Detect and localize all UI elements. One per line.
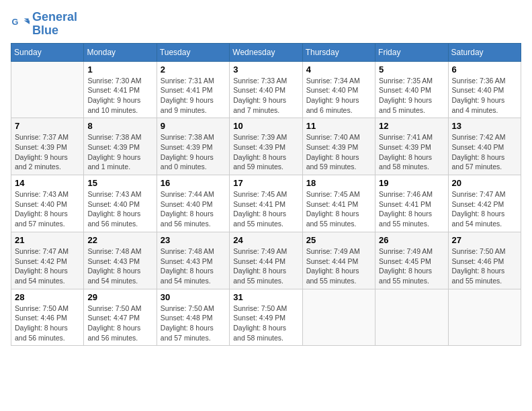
logo-text-general: General [32, 11, 77, 24]
day-info: Sunrise: 7:49 AM Sunset: 4:44 PM Dayligh… [233, 246, 299, 286]
calendar-cell: 20Sunrise: 7:47 AM Sunset: 4:42 PM Dayli… [448, 175, 521, 232]
day-info: Sunrise: 7:30 AM Sunset: 4:41 PM Dayligh… [87, 76, 153, 116]
calendar-cell: 3Sunrise: 7:33 AM Sunset: 4:40 PM Daylig… [230, 61, 302, 118]
calendar-cell: 7Sunrise: 7:37 AM Sunset: 4:39 PM Daylig… [11, 118, 84, 175]
day-info: Sunrise: 7:38 AM Sunset: 4:39 PM Dayligh… [87, 132, 153, 172]
calendar-table: SundayMondayTuesdayWednesdayThursdayFrid… [11, 43, 521, 347]
day-number: 15 [87, 178, 153, 188]
calendar-cell [448, 289, 521, 346]
day-info: Sunrise: 7:50 AM Sunset: 4:46 PM Dayligh… [452, 246, 518, 286]
day-info: Sunrise: 7:31 AM Sunset: 4:41 PM Dayligh… [161, 76, 226, 116]
calendar-cell [302, 289, 375, 346]
day-number: 23 [161, 235, 226, 245]
calendar-cell [375, 289, 448, 346]
calendar-cell: 26Sunrise: 7:49 AM Sunset: 4:45 PM Dayli… [375, 232, 448, 289]
day-number: 4 [306, 64, 372, 75]
calendar-week-5: 28Sunrise: 7:50 AM Sunset: 4:46 PM Dayli… [11, 289, 521, 346]
day-number: 9 [161, 121, 226, 131]
day-info: Sunrise: 7:48 AM Sunset: 4:43 PM Dayligh… [87, 246, 153, 286]
weekday-header-sunday: Sunday [11, 43, 84, 61]
day-info: Sunrise: 7:50 AM Sunset: 4:46 PM Dayligh… [15, 304, 81, 343]
day-number: 2 [161, 64, 226, 75]
calendar-cell: 5Sunrise: 7:35 AM Sunset: 4:40 PM Daylig… [375, 61, 448, 118]
day-number: 22 [87, 235, 153, 245]
svg-marker-2 [24, 20, 30, 24]
day-number: 19 [379, 178, 445, 188]
calendar-cell: 18Sunrise: 7:45 AM Sunset: 4:41 PM Dayli… [302, 175, 375, 232]
day-number: 13 [452, 121, 518, 131]
calendar-cell: 17Sunrise: 7:45 AM Sunset: 4:41 PM Dayli… [230, 175, 302, 232]
day-number: 27 [452, 235, 518, 245]
calendar-cell: 11Sunrise: 7:40 AM Sunset: 4:39 PM Dayli… [302, 118, 375, 175]
day-info: Sunrise: 7:47 AM Sunset: 4:42 PM Dayligh… [452, 189, 518, 229]
day-info: Sunrise: 7:45 AM Sunset: 4:41 PM Dayligh… [306, 189, 372, 229]
calendar-cell: 27Sunrise: 7:50 AM Sunset: 4:46 PM Dayli… [448, 232, 521, 289]
day-number: 24 [233, 235, 299, 245]
page-header: G General Blue [11, 11, 521, 38]
day-number: 14 [15, 178, 81, 188]
day-number: 26 [379, 235, 445, 245]
day-number: 7 [15, 121, 81, 131]
calendar-cell: 28Sunrise: 7:50 AM Sunset: 4:46 PM Dayli… [11, 289, 84, 346]
day-info: Sunrise: 7:35 AM Sunset: 4:40 PM Dayligh… [379, 76, 445, 116]
calendar-body: 1Sunrise: 7:30 AM Sunset: 4:41 PM Daylig… [11, 61, 521, 346]
calendar-cell: 14Sunrise: 7:43 AM Sunset: 4:40 PM Dayli… [11, 175, 84, 232]
day-number: 31 [233, 292, 299, 302]
calendar-cell: 9Sunrise: 7:38 AM Sunset: 4:39 PM Daylig… [157, 118, 229, 175]
calendar-cell: 12Sunrise: 7:41 AM Sunset: 4:39 PM Dayli… [375, 118, 448, 175]
calendar-cell [11, 61, 84, 118]
calendar-cell: 10Sunrise: 7:39 AM Sunset: 4:39 PM Dayli… [230, 118, 302, 175]
calendar-cell: 8Sunrise: 7:38 AM Sunset: 4:39 PM Daylig… [84, 118, 157, 175]
calendar-week-1: 1Sunrise: 7:30 AM Sunset: 4:41 PM Daylig… [11, 61, 521, 118]
calendar-cell: 22Sunrise: 7:48 AM Sunset: 4:43 PM Dayli… [84, 232, 157, 289]
svg-text:G: G [11, 17, 18, 27]
day-number: 12 [379, 121, 445, 131]
day-info: Sunrise: 7:46 AM Sunset: 4:41 PM Dayligh… [379, 189, 445, 229]
calendar-cell: 30Sunrise: 7:50 AM Sunset: 4:48 PM Dayli… [157, 289, 229, 346]
calendar-header: SundayMondayTuesdayWednesdayThursdayFrid… [11, 43, 521, 61]
day-info: Sunrise: 7:50 AM Sunset: 4:48 PM Dayligh… [161, 304, 226, 343]
day-info: Sunrise: 7:34 AM Sunset: 4:40 PM Dayligh… [306, 76, 372, 116]
day-number: 20 [452, 178, 518, 188]
day-info: Sunrise: 7:45 AM Sunset: 4:41 PM Dayligh… [233, 189, 299, 229]
calendar-cell: 21Sunrise: 7:47 AM Sunset: 4:42 PM Dayli… [11, 232, 84, 289]
calendar-cell: 1Sunrise: 7:30 AM Sunset: 4:41 PM Daylig… [84, 61, 157, 118]
calendar-cell: 23Sunrise: 7:48 AM Sunset: 4:43 PM Dayli… [157, 232, 229, 289]
day-info: Sunrise: 7:41 AM Sunset: 4:39 PM Dayligh… [379, 132, 445, 172]
day-info: Sunrise: 7:42 AM Sunset: 4:40 PM Dayligh… [452, 132, 518, 172]
day-info: Sunrise: 7:36 AM Sunset: 4:40 PM Dayligh… [452, 76, 518, 116]
day-number: 8 [87, 121, 153, 131]
day-number: 17 [233, 178, 299, 188]
calendar-cell: 4Sunrise: 7:34 AM Sunset: 4:40 PM Daylig… [302, 61, 375, 118]
weekday-header-monday: Monday [84, 43, 157, 61]
weekday-header-thursday: Thursday [302, 43, 375, 61]
day-number: 16 [161, 178, 226, 188]
day-number: 10 [233, 121, 299, 131]
day-number: 5 [379, 64, 445, 75]
day-number: 6 [452, 64, 518, 75]
day-number: 30 [161, 292, 226, 302]
logo: G General Blue [11, 11, 77, 38]
calendar-week-2: 7Sunrise: 7:37 AM Sunset: 4:39 PM Daylig… [11, 118, 521, 175]
day-number: 29 [87, 292, 153, 302]
day-info: Sunrise: 7:49 AM Sunset: 4:44 PM Dayligh… [306, 246, 372, 286]
day-info: Sunrise: 7:43 AM Sunset: 4:40 PM Dayligh… [87, 189, 153, 229]
day-info: Sunrise: 7:38 AM Sunset: 4:39 PM Dayligh… [161, 132, 226, 172]
logo-text-blue: Blue [32, 24, 77, 38]
weekday-header-saturday: Saturday [448, 43, 521, 61]
day-number: 1 [87, 64, 153, 75]
calendar-cell: 25Sunrise: 7:49 AM Sunset: 4:44 PM Dayli… [302, 232, 375, 289]
weekday-header-tuesday: Tuesday [157, 43, 229, 61]
day-info: Sunrise: 7:50 AM Sunset: 4:47 PM Dayligh… [87, 304, 153, 343]
day-info: Sunrise: 7:40 AM Sunset: 4:39 PM Dayligh… [306, 132, 372, 172]
calendar-cell: 2Sunrise: 7:31 AM Sunset: 4:41 PM Daylig… [157, 61, 229, 118]
day-number: 11 [306, 121, 372, 131]
calendar-cell: 13Sunrise: 7:42 AM Sunset: 4:40 PM Dayli… [448, 118, 521, 175]
weekday-header-wednesday: Wednesday [230, 43, 302, 61]
calendar-cell: 6Sunrise: 7:36 AM Sunset: 4:40 PM Daylig… [448, 61, 521, 118]
calendar-cell: 16Sunrise: 7:44 AM Sunset: 4:40 PM Dayli… [157, 175, 229, 232]
calendar-cell: 29Sunrise: 7:50 AM Sunset: 4:47 PM Dayli… [84, 289, 157, 346]
calendar-cell: 19Sunrise: 7:46 AM Sunset: 4:41 PM Dayli… [375, 175, 448, 232]
day-number: 3 [233, 64, 299, 75]
calendar-week-3: 14Sunrise: 7:43 AM Sunset: 4:40 PM Dayli… [11, 175, 521, 232]
